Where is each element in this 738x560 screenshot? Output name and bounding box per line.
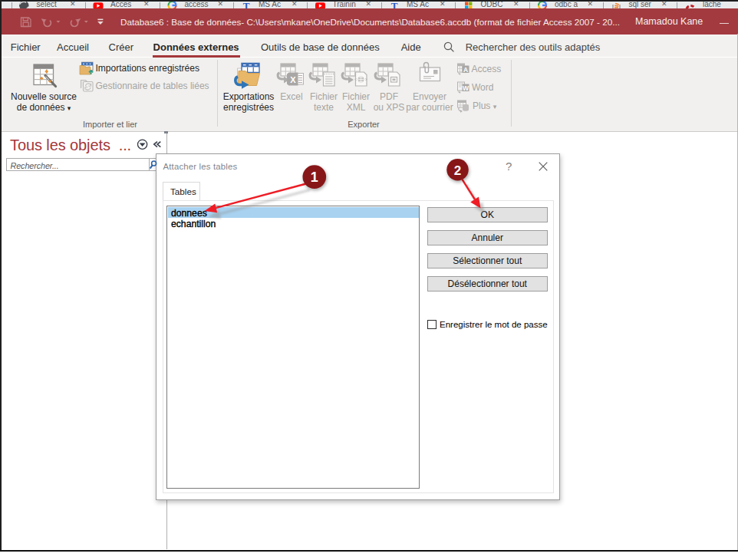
svg-text:T: T: [391, 2, 398, 8]
svg-text:A: A: [463, 65, 468, 73]
svg-text:W: W: [463, 84, 469, 91]
svg-text:X: X: [290, 74, 296, 84]
svg-text:T: T: [243, 2, 250, 8]
